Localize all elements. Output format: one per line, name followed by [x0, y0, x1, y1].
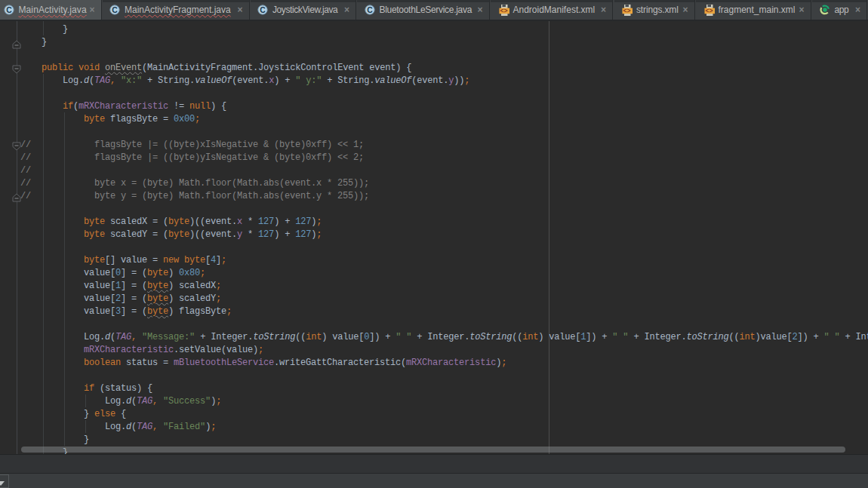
- svg-text:C: C: [112, 5, 118, 14]
- svg-text:C: C: [260, 5, 266, 14]
- svg-text:<>: <>: [705, 8, 713, 15]
- svg-text:<>: <>: [500, 8, 507, 15]
- svg-text:<>: <>: [623, 8, 630, 15]
- svg-text:C: C: [6, 5, 12, 14]
- svg-text:C: C: [367, 5, 373, 14]
